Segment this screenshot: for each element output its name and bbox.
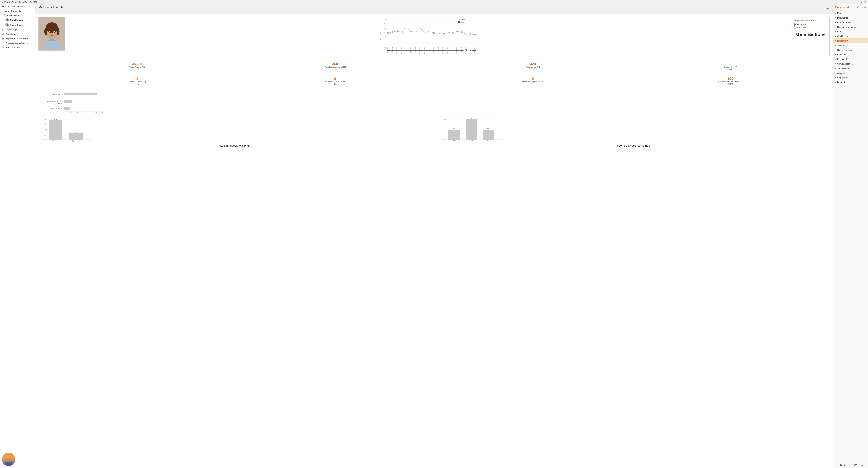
sidebar-item-add-employment[interactable]: ☰ Ajout d'un emploi <box>0 9 35 13</box>
bar-chart-type: 2000 1500 1000 500 0 1740 <box>38 118 96 143</box>
pin-icon[interactable]: 📌 <box>856 6 859 9</box>
close-button[interactable]: ✕ <box>863 1 866 4</box>
svg-text:0: 0 <box>64 112 65 113</box>
right-menu-item-personnel[interactable]: •Personnel <box>833 57 868 61</box>
menu-dot-icon: • <box>835 26 836 28</box>
stat-pct-xt: 100% <box>633 83 828 85</box>
right-menu-item-reglement[interactable]: •Règlement <box>833 38 868 43</box>
sidebar-item-export-data-documents[interactable]: 📤 Export data & documents <box>0 36 35 40</box>
radio-consolide[interactable]: Consolidé <box>794 26 827 29</box>
svg-text:2.5: 2.5 <box>384 27 386 29</box>
menu-item-label: Documents <box>837 17 848 19</box>
svg-text:P2022-04-01: P2022-04-01 <box>396 47 397 54</box>
svg-point-34 <box>401 32 402 33</box>
rapportage-icon: 📊 <box>2 28 5 31</box>
svg-point-42 <box>438 33 439 34</box>
svg-text:0: 0 <box>384 51 384 53</box>
svg-point-32 <box>392 31 393 33</box>
sidebar-item-rapportage[interactable]: 📊 Rapportage <box>0 27 35 32</box>
menu-item-label: Feedback <box>837 54 846 56</box>
right-menu-item-taux-salariaux[interactable]: •Taux salariaux <box>833 66 868 71</box>
right-menu-item-feedback[interactable]: •Feedback <box>833 52 868 57</box>
year2-prev-arrow[interactable]: ← <box>849 464 852 466</box>
svg-rect-120 <box>49 120 62 139</box>
window-controls[interactable]: ─ □ ✕ <box>856 1 866 4</box>
year1-prev-arrow[interactable]: ← <box>837 464 839 466</box>
svg-text:P2022-11-01: P2022-11-01 <box>429 47 430 54</box>
sidebar-item-analyses[interactable]: 📈 Analyses et graphiques <box>0 40 35 45</box>
year1-next-arrow[interactable]: → <box>845 464 848 466</box>
back-button[interactable]: ↰ <box>827 7 830 11</box>
svg-point-35 <box>406 25 407 26</box>
filter-icon[interactable]: ▼ <box>862 464 864 466</box>
right-menu-item-bloc-notes[interactable]: •Bloc-notes <box>833 80 868 85</box>
stat-box-ts: 360 Travail supplémentaire [TS] 1% <box>236 61 434 71</box>
right-menu-item-salaires[interactable]: •Salaires <box>833 43 868 48</box>
minimize-button[interactable]: ─ <box>856 1 859 4</box>
svg-text:1740: 1740 <box>54 119 58 120</box>
main-title: MyPrivate Insights <box>38 6 64 9</box>
right-menu-item-comptabilisation[interactable]: •Comptabilisation <box>833 61 868 66</box>
sidebar-item-add-category[interactable]: ☰ Ajouter une catégorie <box>0 4 35 9</box>
menu-item-label: Engagement <box>837 76 849 79</box>
svg-text:P2022-10-01: P2022-10-01 <box>424 47 425 54</box>
right-menu-item-frais[interactable]: •Frais <box>833 29 868 34</box>
menu-dot-icon: • <box>835 76 836 79</box>
menu-item-label: Comptabilisation <box>837 63 853 65</box>
menu-dot-icon: • <box>835 21 836 24</box>
menu-dot-icon: • <box>835 62 836 65</box>
right-menu-item-emploi[interactable]: •Emploi <box>833 11 868 15</box>
year-nav-2: ← 2023 → <box>849 464 860 466</box>
svg-point-45 <box>452 32 453 33</box>
sidebar-child-gina[interactable]: 👤 Gina Belfiore <box>0 18 35 22</box>
stats-row-1: 45,301 Travail Régulier [TR] 97% 360 Tra… <box>38 60 830 71</box>
maximize-button[interactable]: □ <box>860 1 863 4</box>
bar-chart-annee: 1200 500 0 540 1200 <box>438 118 510 143</box>
svg-text:P2023-01-01: P2023-01-01 <box>438 47 439 54</box>
right-menu-item-documents[interactable]: •Documents <box>833 15 868 20</box>
right-menu-list: •Emploi•Documents•Flux de caisse•Décompt… <box>833 11 868 85</box>
sidebar-child-gianni[interactable]: 👤 Gianni di Bari <box>0 22 35 27</box>
sidebar-item-export-data[interactable]: 📤 Export data <box>0 32 35 36</box>
svg-text:1000: 1000 <box>44 129 47 131</box>
radio-individuel[interactable]: Individuel <box>794 23 827 26</box>
bottom-charts: 2000 1500 1000 500 0 1740 <box>38 118 830 147</box>
svg-text:540: 540 <box>453 128 456 130</box>
svg-text:P2022-12-01: P2022-12-01 <box>433 47 434 54</box>
bottom-avatar <box>2 453 15 466</box>
analysis-panel: Analyse du personnel Individuel Consolid… <box>791 17 830 56</box>
stat-box-tn: 320 Travail de nuit [TN] 1% <box>434 61 632 71</box>
svg-text:0: 0 <box>443 138 444 140</box>
export-data-documents-icon: 📤 <box>2 37 5 40</box>
stat-value-mc: 0 <box>238 77 432 81</box>
stat-value-cn: 0 <box>40 77 235 81</box>
radio-dot-individuel <box>794 23 796 26</box>
line-chart-area: Thousands 0 0.5 1 1.5 2 2.5 3 3.5 <box>68 17 788 56</box>
sidebar-item-archive[interactable]: 📎 Afficher l'archive <box>0 45 35 50</box>
svg-text:300: 300 <box>101 112 103 113</box>
stat-box-tr: 45,301 Travail Régulier [TR] 97% <box>38 61 236 71</box>
svg-text:P2023-05-01: P2023-05-01 <box>456 47 457 54</box>
year2-next-arrow[interactable]: → <box>858 464 860 466</box>
right-menu-item-engagement[interactable]: •Engagement <box>833 75 868 80</box>
building-icon: 🏠 <box>4 14 6 17</box>
right-menu-item-decomptes-heures[interactable]: •Décomptes d'heures <box>833 25 868 29</box>
stat-label-ml: Maladie de longue durée [ML] <box>436 81 630 83</box>
right-menu-item-flux-caisse[interactable]: •Flux de caisse <box>833 20 868 25</box>
font-size-icon[interactable]: Aa aa <box>861 6 866 9</box>
svg-text:1200: 1200 <box>443 119 446 120</box>
menu-item-label: Flux de caisse <box>837 21 850 24</box>
menu-dot-icon: • <box>835 30 836 33</box>
right-panel-footer: ← 2020 → ← 2023 → ▼ <box>833 462 868 468</box>
svg-rect-93 <box>458 21 460 23</box>
right-menu-item-assurance[interactable]: •Assurance <box>833 71 868 75</box>
svg-point-13 <box>54 32 55 33</box>
avatar-gina: 👤 <box>5 18 9 22</box>
svg-text:1500: 1500 <box>44 124 47 125</box>
sidebar-group-chalet-bianca[interactable]: ▼ 🏠 Chalet Bianca <box>0 13 35 18</box>
right-menu-item-charges-sociales[interactable]: •Charges sociales <box>833 48 868 52</box>
right-menu-item-gratifications[interactable]: •Gratifications <box>833 34 868 38</box>
analysis-title: Analyse du personnel <box>794 20 827 22</box>
stat-pct-tn: 1% <box>436 68 630 70</box>
stat-box-xt: 800 Paiements supplémentaires [XT] 100% <box>632 76 830 86</box>
